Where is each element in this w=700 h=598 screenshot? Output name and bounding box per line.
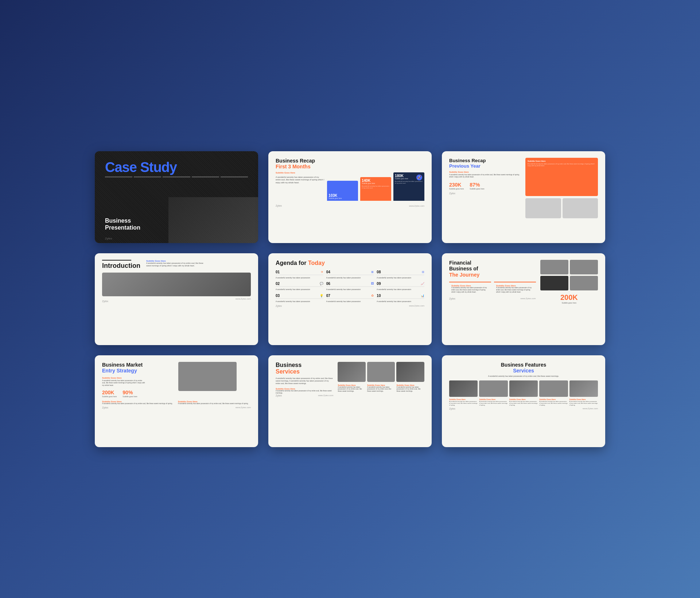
slide5-logo: Zytex — [276, 305, 282, 307]
slide7-watermark: www.Zytex.com — [236, 406, 251, 409]
slide9-cap2: Subtitle Goes Here A wonderful serenity … — [479, 398, 508, 406]
slide2-title: Business Recap — [276, 158, 424, 164]
slide-business-recap-3months[interactable]: Business Recap First 3 Months Subtitle G… — [268, 151, 432, 243]
slide9-img-row — [449, 380, 598, 397]
slide6-img3 — [540, 276, 568, 290]
slide2-logo: Zytex — [276, 204, 282, 207]
slide7-left: Business Market Entry Strategy Subtitle … — [102, 362, 175, 398]
slide3-subtitle: Previous Year — [449, 163, 522, 169]
slide3-logo: Zytex — [449, 192, 522, 195]
slide8-left: Business Services A wonderful serenity h… — [276, 362, 333, 441]
slide7-col2: Subtitle Goes Here A wonderful serenity … — [178, 400, 251, 405]
slide2-watermark: www.Zytex.com — [409, 205, 424, 207]
slide-business-services[interactable]: Business Services A wonderful serenity h… — [268, 355, 432, 447]
agenda-item-07: 07 ♻ A wonderful serenity has taken poss… — [326, 294, 374, 303]
slide6-logo: Zytex — [449, 297, 455, 300]
slide6-left: Financial Business of The Journey Subtit… — [449, 260, 536, 339]
slide2-section-title: Subtitle Goes Here — [276, 172, 324, 174]
slide-agenda[interactable]: Agenda for Today 01 ✈ A wonderful sereni… — [268, 253, 432, 345]
slide-introduction[interactable]: Introduction Subtitle Goes Here A wonder… — [95, 253, 258, 345]
slide8-watermark: www.Zytex.com — [318, 394, 333, 397]
agenda-item-04: 04 ⊞ A wonderful serenity has taken poss… — [326, 270, 374, 279]
slide6-img4 — [570, 276, 598, 290]
slide3-right: Subtitle Goes Here A wonderful serenity … — [525, 158, 598, 237]
slide9-desc: A wonderful serenity has taken possessio… — [449, 375, 598, 378]
slide9-subtitle: Services — [449, 368, 598, 374]
slide1-logo: Zytex — [105, 237, 112, 240]
slide7-stat1: 200K Subtitle goes here — [102, 390, 117, 398]
slide5-title: Agenda for — [276, 260, 308, 266]
slide9-img2 — [479, 380, 508, 397]
slide7-col1: Subtitle Goes Here A wonderful serenity … — [102, 400, 175, 405]
slide4-logo: Zytex — [102, 300, 108, 302]
slide6-right: 200K Subtitle goes here — [540, 260, 598, 339]
slide6-img1 — [540, 260, 568, 274]
slide8-cap1: Subtitle Goes Here A wonderful serenity … — [338, 384, 366, 393]
slide9-watermark: www.Zytex.com — [583, 407, 598, 410]
slide9-logo: Zytex — [449, 407, 455, 410]
slide9-cap3: Subtitle Goes Here A wonderful serenity … — [509, 398, 538, 406]
slide3-stat1: 230K Subtitle goes here — [449, 182, 464, 190]
slide9-img3 — [509, 380, 538, 397]
slide9-cap1: Subtitle Goes Here A wonderful serenity … — [449, 398, 478, 406]
slide5-agenda-grid: 01 ✈ A wonderful serenity has taken poss… — [276, 270, 424, 303]
slide-case-study[interactable]: Case Study Business Presentation Zytex — [95, 151, 258, 243]
slide-market-entry[interactable]: Business Market Entry Strategy Subtitle … — [95, 355, 258, 447]
slide9-cap5: Subtitle Goes Here A wonderful serenity … — [569, 398, 598, 406]
slide6-big-val: 200K — [540, 293, 598, 302]
slide9-img4 — [539, 380, 568, 397]
slide3-stat2: 87% Subtitle goes here — [470, 182, 484, 190]
slide3-img2 — [563, 198, 598, 218]
slide6-watermark: www.Zytex.com — [521, 297, 536, 300]
agenda-item-06: 06 🖼 A wonderful serenity has taken poss… — [326, 282, 374, 291]
slide6-stat2: Subtitle Goes Here A wonderful serenity … — [494, 282, 536, 296]
agenda-item-03: 03 💡 A wonderful serenity has taken poss… — [276, 294, 323, 303]
slide9-title: Business Features — [449, 362, 598, 368]
slide9-img1 — [449, 380, 478, 397]
slide3-orange-box: Subtitle Goes Here A wonderful serenity … — [525, 158, 598, 196]
slide5-watermark: www.Zytex.com — [409, 305, 424, 307]
slide6-img2 — [570, 260, 598, 274]
agenda-item-01: 01 ✈ A wonderful serenity has taken poss… — [276, 270, 323, 279]
slide4-main-image — [102, 273, 251, 296]
slide9-img5 — [569, 380, 598, 397]
slide2-subtitle: First 3 Months — [276, 164, 424, 169]
slide4-desc: A wonderful serenity has taken possessio… — [146, 262, 205, 267]
agenda-item-08: 08 ⊟ A wonderful serenity has taken poss… — [377, 270, 424, 279]
slide3-left: Business Recap Previous Year Subtitle Go… — [449, 158, 522, 237]
slide-business-features[interactable]: Business Features Services A wonderful s… — [442, 355, 605, 447]
slide8-cap3: Subtitle Goes Here A wonderful serenity … — [396, 384, 424, 393]
slide2-bar2: 140K Subtitle goes here A wonderful sere… — [360, 177, 391, 201]
agenda-item-10: 10 📊 A wonderful serenity has taken poss… — [377, 294, 424, 303]
slide7-stat2: 90% Subtitle goes here — [122, 390, 137, 398]
slide-financial-journey[interactable]: Financial Business of The Journey Subtit… — [442, 253, 605, 345]
agenda-item-02: 02 💬 A wonderful serenity has taken poss… — [276, 282, 323, 291]
slide1-bg-image — [168, 197, 258, 243]
slide2-bar3: 🚀 180K Subtitle goes here A wonderful se… — [393, 172, 424, 201]
slide1-title: Case Study — [105, 160, 248, 175]
slide9-cap4: Subtitle Goes Here A wonderful serenity … — [539, 398, 568, 406]
slide8-img2 — [367, 362, 395, 382]
slide2-bar1: 103K Subtitle goes here — [327, 181, 358, 201]
slide6-stat1: Subtitle Goes Here A wonderful serenity … — [449, 282, 491, 296]
agenda-item-09: 09 📈 A wonderful serenity has taken poss… — [377, 282, 424, 291]
slide4-watermark: www.Zytex.com — [236, 298, 251, 302]
slide4-title: Introduction — [102, 262, 140, 270]
slide9-cap-grid: Subtitle Goes Here A wonderful serenity … — [449, 398, 598, 406]
slide8-img3 — [396, 362, 424, 382]
slide8-logo: Zytex — [276, 394, 282, 397]
slide3-title: Business Recap — [449, 158, 522, 163]
slide2-desc: A wonderful serenity has taken possessio… — [276, 176, 324, 184]
slide7-main-img — [178, 362, 237, 391]
slide7-logo: Zytex — [102, 406, 108, 409]
slide8-cap2: Subtitle Goes Here A wonderful serenity … — [367, 384, 395, 393]
slide8-img1 — [338, 362, 366, 382]
slides-grid: Case Study Business Presentation Zytex B… — [95, 151, 605, 447]
slide8-right: Subtitle Goes Here A wonderful serenity … — [338, 362, 424, 441]
slide3-img1 — [525, 198, 561, 218]
slide6-big-label: Subtitle goes here — [540, 302, 598, 304]
slide-business-recap-previous-year[interactable]: Business Recap Previous Year Subtitle Go… — [442, 151, 605, 243]
